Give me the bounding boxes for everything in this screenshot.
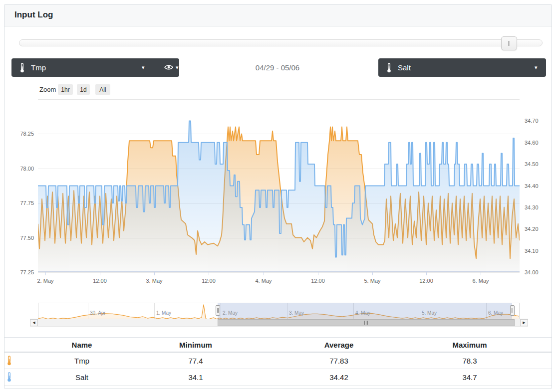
y-axis-right-label: 34.10 [525,248,548,254]
x-axis-label: 6. May [466,278,496,284]
series-select-left-label: Tmp [31,63,46,72]
navigator-date-label: 4. May [355,310,370,316]
table-row-tmp: Tmp 77.4 77.83 78.3 [4,352,552,369]
x-axis-label: 12:00 [85,278,115,284]
col-header-name: Name [62,338,101,353]
cell-minimum: 77.4 [101,352,290,369]
series-select-right[interactable]: Salt ▾ [378,58,546,77]
thermometer-icon [6,372,60,382]
grip-icon [508,41,509,46]
table-row-salt: Salt 34.1 34.42 34.7 [4,369,552,386]
cell-name: Salt [62,369,101,386]
scrollbar-thumb[interactable] [218,319,515,326]
navigator-right-handle[interactable] [510,305,515,316]
x-axis-label: 2. May [30,278,60,284]
y-axis-left-label: 78.00 [7,166,34,172]
navigator-date-label: 2. May [223,310,238,316]
y-axis-right-label: 34.50 [525,161,548,167]
zoom-label: Zoom [39,86,56,93]
y-axis-right-label: 34.40 [525,183,548,189]
col-header-average: Average [290,338,388,353]
col-header-minimum: Minimum [101,338,290,353]
zoom-all-button[interactable]: All [95,84,110,95]
navigator-date-label: 6. May [488,310,503,316]
cell-minimum: 34.1 [101,369,290,386]
y-axis-right-label: 34.20 [525,226,548,232]
cell-average: 77.83 [290,352,388,369]
series-select-left[interactable]: Tmp ▾ ▾ [11,58,179,77]
col-header-maximum: Maximum [388,338,552,353]
scroll-right-button[interactable]: ▶ [520,319,528,326]
y-axis-right-label: 34.30 [525,204,548,210]
y-axis-right-label: 34.60 [525,140,548,146]
thermometer-icon [386,63,392,73]
chevron-down-icon: ▾ [535,65,538,70]
y-axis-left-label: 78.25 [7,131,34,137]
slider-handle[interactable] [501,36,517,50]
y-axis-right-label: 34.00 [525,269,548,275]
cell-average: 34.42 [290,369,388,386]
input-log-panel: Input Log Tmp ▾ ▾ 04/29 - 05/06 Salt ▾ Z… [4,4,552,389]
y-axis-right-label: 34.70 [525,118,548,124]
table-header-row: Name Minimum Average Maximum [4,338,552,353]
y-axis-left-label: 77.75 [7,200,34,206]
x-axis-label: 12:00 [411,278,441,284]
chevron-down-icon: ▾ [176,65,179,70]
scroll-left-button[interactable]: ◀ [30,319,38,326]
zoom-1d-button[interactable]: 1d [77,84,90,95]
y-axis-left-label: 77.25 [7,269,34,275]
x-axis-label: 12:00 [303,278,333,284]
stats-table: Name Minimum Average Maximum Tmp 77.4 77… [4,337,552,386]
chevron-down-icon: ▾ [142,65,145,70]
cell-name: Tmp [62,352,101,369]
x-axis-label: 3. May [139,278,169,284]
x-axis-label: 5. May [357,278,387,284]
thermometer-icon [6,356,60,366]
date-range-label: 04/29 - 05/06 [228,63,327,72]
page-title: Input Log [14,10,53,20]
series-select-right-label: Salt [398,63,411,72]
navigator-date-label: 30. Apr [90,310,106,316]
navigator-date-label: 5. May [422,310,437,316]
y-axis-left-label: 77.50 [7,235,34,241]
navigator-date-label: 1. May [156,310,171,316]
eye-icon [164,63,173,72]
main-chart-plot-area[interactable] [38,99,520,276]
time-range-slider[interactable] [19,39,543,46]
col-header-icon [4,338,62,353]
visibility-dropdown[interactable]: ▾ [159,58,184,77]
grip-icon [510,41,510,46]
cell-maximum: 78.3 [388,352,552,369]
x-axis-label: 4. May [249,278,278,284]
cell-maximum: 34.7 [388,369,552,386]
navigator-scrollbar[interactable]: ◀ ▶ [30,319,528,327]
thermometer-icon [19,63,25,73]
zoom-1hr-button[interactable]: 1hr [58,84,73,95]
panel-header: Input Log [4,4,552,26]
navigator-date-label: 3. May [289,310,304,316]
navigator-left-handle[interactable] [216,305,220,316]
x-axis-label: 12:00 [194,278,224,284]
